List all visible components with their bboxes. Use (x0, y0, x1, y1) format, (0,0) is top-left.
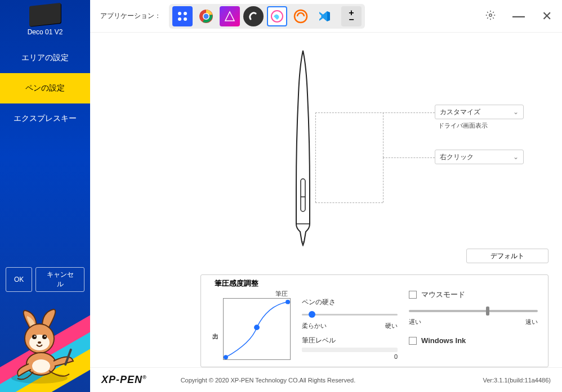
pen-illustration (286, 49, 320, 246)
pressure-title: 筆圧感度調整 (215, 278, 258, 289)
svg-point-11 (178, 12, 181, 15)
pressure-level-bar (302, 348, 398, 352)
chevron-down-icon: ⌄ (513, 153, 519, 161)
cancel-button[interactable]: キャンセル (35, 267, 84, 292)
svg-point-13 (178, 17, 181, 21)
copyright-text: Copyright © 2020 XP-PEN Technology CO.Al… (181, 377, 356, 384)
mascot-illustration (0, 296, 90, 392)
mouse-mode-label: マウスモード (421, 290, 465, 300)
svg-point-14 (184, 17, 187, 21)
pen-button1-value: カスタマイズ (440, 107, 480, 117)
pressure-curve-box[interactable]: 筆圧 (223, 298, 291, 360)
app-icon-1[interactable] (172, 6, 193, 26)
hardness-label: ペンの硬さ (302, 298, 398, 307)
app-icon-krita[interactable] (267, 6, 287, 26)
brand-logo: XP-PEN® (101, 374, 147, 386)
pen-button2-dropdown[interactable]: 右クリック ⌄ (435, 150, 524, 164)
tablet-thumbnail (29, 3, 61, 26)
nav-pen-settings[interactable]: ペンの設定 (0, 73, 90, 103)
svg-point-3 (32, 335, 37, 339)
app-icon-affinity[interactable] (220, 6, 240, 26)
windows-ink-label: Windows Ink (421, 336, 466, 345)
main-panel: アプリケーション： +− (90, 0, 562, 392)
footer: XP-PEN® Copyright © 2020 XP-PEN Technolo… (90, 367, 562, 392)
svg-point-25 (254, 325, 260, 330)
hardness-hard-label: 硬い (385, 322, 398, 330)
mouse-mode-checkbox[interactable] (409, 291, 417, 299)
svg-point-12 (184, 12, 187, 15)
hardness-slider[interactable] (302, 309, 398, 319)
svg-point-19 (295, 10, 307, 22)
app-icon-sketchbook[interactable] (291, 6, 311, 26)
svg-point-6 (44, 336, 46, 337)
pen-button1-subtitle: ドライバ画面表示 (438, 121, 488, 130)
hardness-sliders: ペンの硬さ 柔らかい 硬い 筆圧レベル 0 (302, 298, 398, 360)
mouse-speed-slider[interactable] (409, 305, 538, 316)
minimize-icon[interactable]: — (512, 9, 525, 24)
close-icon[interactable]: ✕ (542, 9, 552, 24)
pressure-level-label: 筆圧レベル (302, 336, 398, 345)
settings-icon[interactable] (485, 10, 496, 22)
pressure-panel: 筆圧感度調整 出力 筆圧 ペンの硬さ (200, 274, 548, 367)
ok-button[interactable]: OK (6, 267, 32, 292)
pen-button2-value: 右クリック (440, 152, 474, 162)
hardness-soft-label: 柔らかい (302, 322, 327, 330)
pressure-level-value: 0 (302, 353, 398, 360)
version-text: Ver:3.1.1(build:11a4486) (483, 377, 551, 384)
pen-settings-area: カスタマイズ ⌄ ドライバ画面表示 右クリック ⌄ デフォルト 筆圧感度調整 出… (90, 33, 562, 392)
pressure-right-column: マウスモード 遅い 速い Windows Ink (409, 290, 538, 360)
svg-point-5 (34, 336, 35, 337)
svg-point-24 (224, 355, 228, 359)
svg-point-7 (38, 341, 41, 344)
app-icon-vscode[interactable] (314, 6, 334, 26)
nav-area-settings[interactable]: エリアの設定 (0, 43, 90, 73)
add-remove-app-button[interactable]: +− (341, 6, 362, 26)
application-label: アプリケーション： (100, 11, 161, 21)
svg-point-20 (489, 13, 492, 16)
svg-point-9 (32, 359, 50, 373)
pressure-curve (224, 299, 290, 359)
sidebar: Deco 01 V2 エリアの設定 ペンの設定 エクスプレスキー OK キャンセ… (0, 0, 90, 392)
curve-xlabel: 筆圧 (275, 290, 288, 298)
device-block: Deco 01 V2 (0, 0, 90, 43)
pressure-curve-block: 出力 筆圧 (211, 295, 291, 360)
device-name: Deco 01 V2 (0, 28, 90, 36)
default-button[interactable]: デフォルト (466, 249, 548, 263)
app-icon-clipstudio[interactable] (243, 6, 264, 26)
speed-fast-label: 速い (525, 318, 538, 326)
application-list: +− (169, 4, 365, 29)
svg-point-17 (204, 13, 209, 19)
speed-slow-label: 遅い (409, 318, 421, 326)
nav-express-keys[interactable]: エクスプレスキー (0, 103, 90, 134)
windows-ink-checkbox[interactable] (409, 337, 417, 345)
titlebar: アプリケーション： +− (90, 0, 562, 33)
svg-rect-21 (301, 179, 305, 211)
svg-point-4 (42, 335, 47, 339)
chevron-down-icon: ⌄ (513, 108, 519, 116)
app-icon-chrome[interactable] (196, 6, 216, 26)
svg-point-26 (286, 300, 290, 304)
pen-button1-dropdown[interactable]: カスタマイズ ⌄ (435, 105, 524, 119)
